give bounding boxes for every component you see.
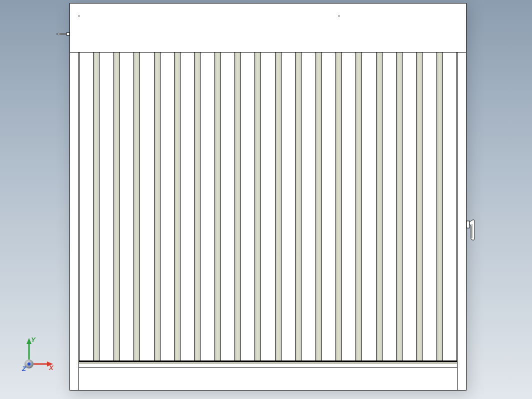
- slat-bar: [416, 52, 422, 360]
- reference-point: [338, 16, 340, 16]
- slat-bar: [254, 52, 261, 360]
- slats-array: [80, 52, 456, 360]
- slat-bar: [436, 52, 443, 360]
- slat-bar: [295, 52, 302, 360]
- slat-gap: [241, 52, 254, 360]
- slat-bar: [134, 52, 140, 360]
- slat-bar: [356, 52, 362, 360]
- slat-bar: [275, 52, 282, 360]
- slat-gap: [140, 52, 154, 360]
- slat-gap: [100, 52, 113, 360]
- svg-rect-1: [466, 221, 470, 228]
- axis-y-label: Y: [31, 336, 36, 344]
- slat-gap: [362, 52, 376, 360]
- slat-gap: [282, 52, 295, 360]
- slat-gap: [180, 52, 194, 360]
- axis-x[interactable]: X: [34, 362, 54, 372]
- slat-bar: [174, 52, 180, 360]
- reference-point: [78, 16, 80, 16]
- slat-gap: [443, 52, 456, 360]
- axis-z-label: Z: [22, 365, 26, 372]
- slat-gap: [80, 52, 93, 360]
- slat-gap: [221, 52, 234, 360]
- latch-right: [466, 217, 478, 243]
- slat-region: [70, 52, 466, 360]
- slat-bar: [214, 52, 221, 360]
- slat-gap: [261, 52, 274, 360]
- svg-point-6: [28, 362, 30, 366]
- slat-gap: [120, 52, 134, 360]
- slat-bar: [194, 52, 200, 360]
- slat-gap: [342, 52, 356, 360]
- cad-viewport[interactable]: Y X Z: [0, 0, 532, 399]
- slat-gap: [422, 52, 436, 360]
- slat-bar: [154, 52, 160, 360]
- panel-top-band: [70, 4, 466, 52]
- slat-bar: [396, 52, 402, 360]
- side-rail-right: [456, 52, 466, 360]
- slat-gap: [402, 52, 416, 360]
- slat-gap: [302, 52, 315, 360]
- slat-gap: [160, 52, 174, 360]
- axis-y[interactable]: Y: [26, 336, 36, 360]
- latch-left: [56, 32, 70, 36]
- panel-bottom-frame: [79, 360, 457, 390]
- slat-bar: [316, 52, 322, 360]
- slat-gap: [322, 52, 336, 360]
- axis-x-label: X: [48, 364, 54, 372]
- slat-bar: [376, 52, 382, 360]
- slat-gap: [382, 52, 396, 360]
- slat-bar: [93, 52, 100, 360]
- axis-triad[interactable]: Y X Z: [18, 335, 58, 375]
- slat-bar: [336, 52, 342, 360]
- door-panel-model[interactable]: [70, 3, 466, 390]
- slat-bar: [114, 52, 120, 360]
- slat-gap: [200, 52, 214, 360]
- frame-grey-strip: [79, 362, 457, 364]
- slat-bar: [234, 52, 241, 360]
- frame-edge-line: [79, 367, 457, 368]
- frame-edge-line: [79, 360, 457, 361]
- rail-edge: [457, 52, 458, 390]
- rail-edge: [78, 52, 79, 390]
